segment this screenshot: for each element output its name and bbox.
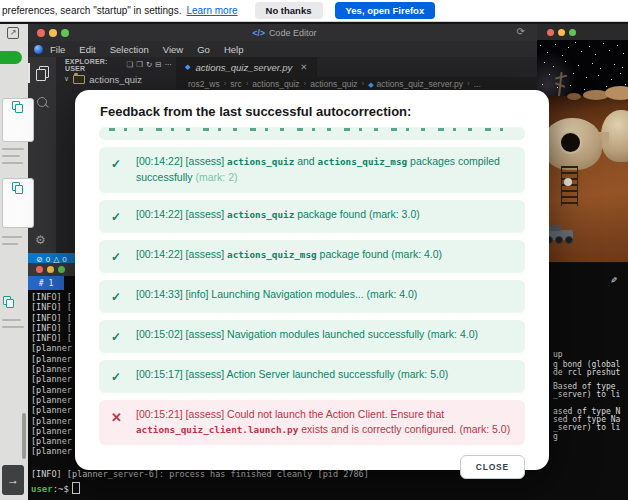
breadcrumb-item[interactable]: actions_quiz [310,79,357,89]
feedback-modal: Feedback from the last successful autoco… [75,90,549,470]
copy-icon[interactable] [12,182,21,192]
next-arrow-button[interactable]: → [2,465,24,495]
feedback-row-clipped [99,127,525,140]
menu-go[interactable]: Go [190,44,217,55]
habitat-dome [543,118,602,170]
menu-file[interactable]: File [43,44,72,55]
text-line [2,155,20,157]
sync-icon[interactable]: ⟳ [517,26,525,37]
explorer-icon[interactable] [36,66,48,80]
gear-icon[interactable]: ⚙ [35,233,46,247]
active-view-indicator [28,63,30,83]
breadcrumb-item[interactable]: ... [474,79,481,89]
new-folder-icon[interactable]: ❐ [136,60,143,69]
folder-name: actions_quiz [89,74,142,85]
check-icon: ✓ [111,248,124,266]
terminal-line: [planner [31,385,72,395]
maximize-window-icon[interactable] [569,29,576,36]
text-line [2,319,21,321]
feedback-row: ✓[00:15:17] [assess] Action Server launc… [99,360,525,393]
search-icon[interactable] [37,97,47,107]
minimize-window-icon[interactable] [47,266,54,273]
python-file-icon: ◆ [185,63,190,71]
prompt-user: user [31,484,53,494]
copy-icon[interactable] [12,101,21,111]
collapse-icon[interactable]: ⊟ [155,60,161,69]
folder-icon [73,75,85,84]
browser-notification-bar: preferences, search "startup" in setting… [0,0,628,22]
breadcrumb-item[interactable]: ◆actions_quiz_server.py [368,79,463,89]
new-file-icon[interactable]: ❏ [126,60,133,69]
terminal-line-fragment: g [553,432,558,441]
close-button[interactable]: CLOSE [460,455,525,479]
explorer-title: EXPLORER: USER [65,58,126,72]
feedback-row: ✓[00:14:33] [info] Launching Navigation … [99,280,525,313]
terminal-line: [INFO] [ [31,313,72,323]
close-window-icon[interactable] [36,266,43,273]
tab-actions-quiz-server[interactable]: ◆ actions_quiz_server.py ✕ [176,57,317,77]
refresh-icon[interactable]: ↻ [146,60,152,69]
feedback-text: [00:14:22] [assess] actions_quiz package… [136,207,513,226]
more-actions-icon[interactable]: ⋯ [165,60,173,69]
terminal-line: [INFO] [ [31,302,72,312]
external-link-icon[interactable]: ↗ [7,27,19,39]
feedback-text: [00:14:22] [assess] actions_quiz and act… [136,154,513,186]
maximize-window-icon[interactable] [58,266,65,273]
close-window-icon[interactable] [547,29,554,36]
menu-help[interactable]: Help [217,44,251,55]
rover-wheel [555,236,563,244]
terminal-prompt[interactable]: user:~$ [31,482,80,494]
no-thanks-button[interactable]: No thanks [255,2,323,19]
terminal-line: [planner [31,446,72,456]
breadcrumb: ros2_ws›src›actions_quiz›actions_quiz›◆a… [176,77,541,90]
scrollbar[interactable] [22,413,26,459]
tab-label: actions_quiz_server.py [195,62,292,73]
terminal-line-fragment: _server) to li [553,390,620,399]
notification-message: preferences, search "startup" in setting… [2,5,181,16]
terminal-line: [planner [31,405,72,415]
breadcrumb-item[interactable]: ros2_ws [188,79,220,89]
clipped-text [109,128,515,131]
terminal-line: [planner [31,395,72,405]
feedback-list: ✓[00:14:22] [assess] actions_quiz and ac… [99,127,525,445]
breadcrumb-separator: › [304,79,307,88]
rock [605,86,628,100]
terminal-line-fragment: de rcl preshut [553,368,620,377]
astronaut [564,178,572,186]
terminal-line-fragment: up [553,350,563,359]
learn-more-link[interactable]: Learn more [186,5,237,16]
terminal-tab-1[interactable]: # 1 [28,276,64,290]
tab-bar: ◆ actions_quiz_server.py ✕ [176,57,541,77]
menu-selection[interactable]: Selection [103,44,156,55]
copy-icon[interactable] [3,296,12,306]
window-controls[interactable] [547,29,576,36]
open-firefox-button[interactable]: Yes, open Firefox [335,2,436,19]
text-line [2,326,24,328]
check-icon: ✓ [111,288,124,306]
close-tab-icon[interactable]: ✕ [300,62,307,72]
feedback-text: [00:15:21] [assess] Could not launch the… [136,407,513,439]
terminal-line: [planner [31,343,72,353]
terminal-line: [planner [31,354,72,364]
prompt-path: :~$ [53,484,69,494]
feedback-row: ✕[00:15:21] [assess] Could not launch th… [99,400,525,446]
chevron-down-icon: ∨ [64,75,69,83]
text-line [2,236,22,238]
green-button[interactable] [0,51,22,64]
window-controls[interactable] [36,266,65,273]
modal-title: Feedback from the last successful autoco… [100,104,525,119]
breadcrumb-separator: › [362,79,365,88]
menu-view[interactable]: View [156,44,190,55]
code-logo-icon: </> [253,28,265,38]
breadcrumb-item[interactable]: src [230,79,241,89]
tree-item-actions-quiz[interactable]: ∨ actions_quiz [56,72,176,86]
breadcrumb-item[interactable]: actions_quiz [252,79,299,89]
menu-bar: FileEditSelectionViewGoHelp [28,41,541,57]
minimize-window-icon[interactable] [558,29,565,36]
pencil-icon[interactable]: ✎ [611,274,617,285]
menu-edit[interactable]: Edit [72,44,102,55]
rover [545,230,573,240]
rover-wheel [565,236,573,244]
stars [537,40,538,41]
feedback-text: [00:14:22] [assess] actions_quiz_msg pac… [136,247,513,266]
